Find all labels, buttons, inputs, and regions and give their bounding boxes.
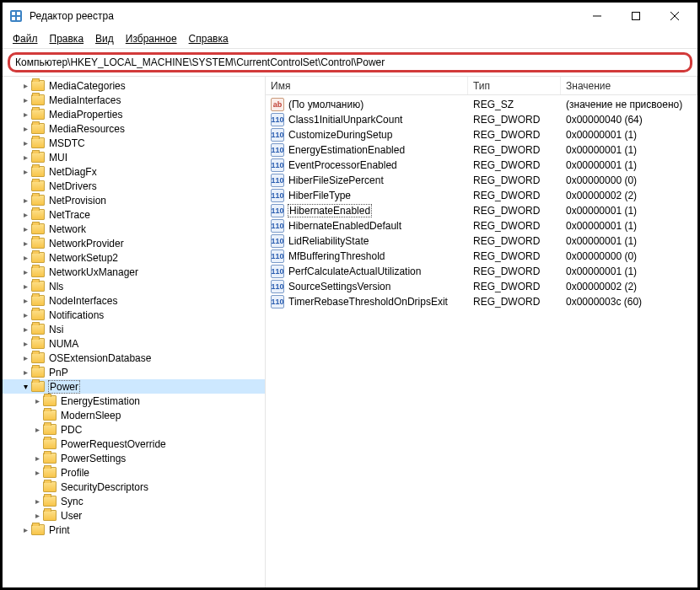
tree-item-label: PowerSettings — [60, 453, 127, 464]
value-row[interactable]: 110HiberFileTypeREG_DWORD0x00000002 (2) — [266, 188, 697, 203]
chevron-right-icon[interactable]: ▸ — [31, 467, 43, 479]
tree-item[interactable]: ▸MediaProperties — [3, 107, 265, 121]
minimize-button[interactable] — [578, 3, 617, 29]
chevron-right-icon[interactable]: ▸ — [19, 137, 31, 149]
maximize-button[interactable] — [617, 3, 655, 29]
folder-icon — [31, 137, 45, 148]
tree-item[interactable]: ▾Power — [3, 379, 265, 394]
chevron-right-icon[interactable]: ▸ — [31, 496, 43, 507]
value-type: REG_DWORD — [468, 220, 561, 232]
tree-item[interactable]: ▸Profile — [3, 465, 265, 480]
value-row[interactable]: 110HiberFileSizePercentREG_DWORD0x000000… — [266, 173, 697, 188]
tree-pane[interactable]: ▸MediaCategories▸MediaInterfaces▸MediaPr… — [3, 77, 266, 587]
chevron-right-icon[interactable]: ▸ — [19, 195, 31, 206]
tree-item[interactable]: ▸NetworkProvider — [3, 236, 265, 250]
chevron-right-icon[interactable]: ▸ — [19, 152, 31, 164]
value-row[interactable]: 110HibernateEnabledREG_DWORD0x00000001 (… — [266, 203, 697, 218]
menu-edit[interactable]: Правка — [45, 31, 89, 46]
menubar: Файл Правка Вид Избранное Справка — [3, 30, 697, 49]
chevron-right-icon[interactable]: ▸ — [19, 524, 31, 536]
chevron-right-icon[interactable]: ▸ — [19, 252, 31, 264]
tree-item[interactable]: ▸User — [3, 508, 265, 523]
chevron-right-icon[interactable]: ▸ — [19, 109, 31, 121]
tree-item[interactable]: ModernSleep — [3, 408, 265, 422]
chevron-right-icon[interactable]: ▸ — [31, 453, 43, 464]
chevron-right-icon[interactable]: ▸ — [31, 510, 43, 522]
value-type: REG_DWORD — [468, 144, 561, 156]
col-name[interactable]: Имя — [266, 77, 468, 94]
chevron-right-icon[interactable]: ▸ — [19, 309, 31, 321]
close-button[interactable] — [655, 3, 694, 29]
menu-favorites[interactable]: Избранное — [121, 31, 182, 46]
value-data: 0x00000001 (1) — [561, 159, 697, 171]
tree-item[interactable]: ▸PDC — [3, 422, 265, 437]
tree-item[interactable]: ▸NUMA — [3, 336, 265, 351]
chevron-right-icon[interactable]: ▸ — [31, 424, 43, 436]
tree-item[interactable]: ▸MediaResources — [3, 121, 265, 136]
tree-item[interactable]: ▸Network — [3, 222, 265, 236]
value-row[interactable]: 110EnergyEstimationEnabledREG_DWORD0x000… — [266, 142, 697, 158]
tree-item[interactable]: PowerRequestOverride — [3, 437, 265, 451]
chevron-right-icon[interactable]: ▸ — [19, 94, 31, 106]
tree-item[interactable]: ▸NetworkUxManager — [3, 265, 265, 279]
tree-item[interactable]: ▸MediaCategories — [3, 78, 265, 93]
chevron-down-icon[interactable]: ▾ — [19, 381, 31, 393]
value-name: HibernateEnabledDefault — [288, 220, 402, 232]
tree-item[interactable]: ▸Sync — [3, 494, 265, 508]
chevron-right-icon[interactable]: ▸ — [19, 338, 31, 350]
chevron-right-icon[interactable]: ▸ — [19, 166, 31, 178]
value-row[interactable]: 110SourceSettingsVersionREG_DWORD0x00000… — [266, 279, 697, 294]
address-bar[interactable]: Компьютер\HKEY_LOCAL_MACHINE\SYSTEM\Curr… — [8, 52, 692, 72]
tree-item[interactable]: ▸NetProvision — [3, 193, 265, 207]
chevron-right-icon[interactable]: ▸ — [19, 209, 31, 221]
tree-item[interactable]: ▸NetworkSetup2 — [3, 250, 265, 265]
tree-item[interactable]: ▸OSExtensionDatabase — [3, 351, 265, 365]
tree-item[interactable]: SecurityDescriptors — [3, 480, 265, 494]
chevron-right-icon[interactable]: ▸ — [19, 266, 31, 278]
tree-item[interactable]: ▸PnP — [3, 365, 265, 379]
menu-file[interactable]: Файл — [8, 31, 43, 46]
tree-item[interactable]: ▸Nls — [3, 279, 265, 293]
tree-item[interactable]: ▸MediaInterfaces — [3, 93, 265, 107]
chevron-right-icon[interactable]: ▸ — [19, 281, 31, 292]
menu-view[interactable]: Вид — [90, 31, 119, 46]
value-row[interactable]: ab(По умолчанию)REG_SZ(значение не присв… — [266, 97, 697, 112]
string-value-icon: ab — [271, 98, 284, 111]
value-row[interactable]: 110EventProcessorEnabledREG_DWORD0x00000… — [266, 158, 697, 173]
tree-item[interactable]: ▸EnergyEstimation — [3, 394, 265, 408]
tree-item[interactable]: ▸Notifications — [3, 308, 265, 322]
menu-help[interactable]: Справка — [184, 31, 234, 46]
value-row[interactable]: 110HibernateEnabledDefaultREG_DWORD0x000… — [266, 218, 697, 233]
value-row[interactable]: 110TimerRebaseThresholdOnDripsExitREG_DW… — [266, 294, 697, 309]
tree-item[interactable]: ▸Print — [3, 523, 265, 537]
chevron-right-icon[interactable]: ▸ — [19, 123, 31, 135]
value-row[interactable]: 110Class1InitialUnparkCountREG_DWORD0x00… — [266, 112, 697, 127]
tree-item-label: NetProvision — [48, 195, 107, 206]
tree-item[interactable]: ▸MSDTC — [3, 136, 265, 150]
chevron-right-icon[interactable]: ▸ — [19, 223, 31, 235]
chevron-right-icon[interactable]: ▸ — [19, 367, 31, 378]
chevron-right-icon[interactable]: ▸ — [19, 238, 31, 249]
col-value[interactable]: Значение — [561, 77, 697, 94]
value-row[interactable]: 110MfBufferingThresholdREG_DWORD0x000000… — [266, 249, 697, 264]
chevron-right-icon[interactable]: ▸ — [19, 80, 31, 92]
folder-icon — [43, 424, 57, 435]
value-data: 0x00000001 (1) — [561, 129, 697, 141]
app-icon — [9, 9, 23, 23]
chevron-right-icon[interactable]: ▸ — [19, 324, 31, 335]
tree-item[interactable]: NetDrivers — [3, 179, 265, 193]
chevron-right-icon[interactable]: ▸ — [19, 352, 31, 364]
tree-item[interactable]: ▸NetTrace — [3, 207, 265, 222]
value-row[interactable]: 110PerfCalculateActualUtilizationREG_DWO… — [266, 264, 697, 279]
tree-item-label: MediaCategories — [48, 80, 127, 92]
chevron-right-icon[interactable]: ▸ — [19, 295, 31, 307]
tree-item[interactable]: ▸NodeInterfaces — [3, 293, 265, 308]
tree-item[interactable]: ▸MUI — [3, 150, 265, 164]
col-type[interactable]: Тип — [468, 77, 561, 94]
tree-item[interactable]: ▸PowerSettings — [3, 451, 265, 465]
chevron-right-icon[interactable]: ▸ — [31, 395, 43, 407]
tree-item[interactable]: ▸Nsi — [3, 322, 265, 336]
value-row[interactable]: 110LidReliabilityStateREG_DWORD0x0000000… — [266, 233, 697, 249]
value-row[interactable]: 110CustomizeDuringSetupREG_DWORD0x000000… — [266, 127, 697, 142]
tree-item[interactable]: ▸NetDiagFx — [3, 164, 265, 179]
